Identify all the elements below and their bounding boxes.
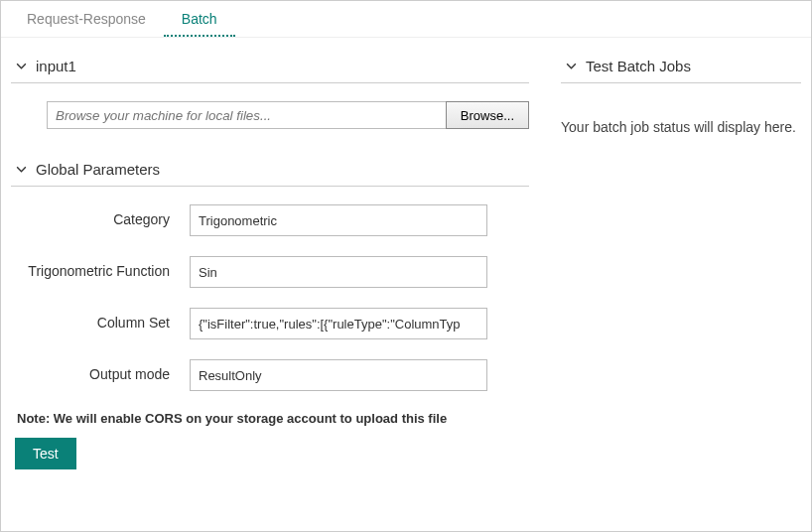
trig-func-label: Trigonometric Function — [11, 256, 190, 280]
section-test-jobs-title: Test Batch Jobs — [586, 58, 691, 74]
file-browse-row: Browse... — [47, 101, 529, 129]
chevron-down-icon — [565, 60, 578, 72]
cors-note: Note: We will enable CORS on your storag… — [17, 411, 529, 426]
test-button[interactable]: Test — [15, 438, 76, 469]
section-test-jobs-header[interactable]: Test Batch Jobs — [561, 54, 801, 83]
category-field[interactable] — [190, 204, 487, 236]
section-global-params-header[interactable]: Global Parameters — [11, 157, 529, 187]
output-mode-label: Output mode — [11, 359, 190, 383]
section-input1-title: input1 — [36, 58, 76, 74]
column-set-label: Column Set — [11, 308, 190, 332]
status-text: Your batch job status will display here. — [561, 101, 801, 135]
output-mode-field[interactable] — [190, 359, 487, 391]
category-label: Category — [11, 204, 190, 228]
section-global-params-title: Global Parameters — [36, 161, 160, 178]
trig-func-field[interactable] — [190, 256, 487, 288]
tab-batch[interactable]: Batch — [164, 1, 235, 37]
section-input1-header[interactable]: input1 — [11, 54, 529, 83]
tab-bar: Request-Response Batch — [1, 1, 811, 38]
column-set-field[interactable] — [190, 308, 487, 339]
browse-button[interactable]: Browse... — [446, 101, 529, 129]
chevron-down-icon — [15, 60, 28, 72]
chevron-down-icon — [15, 163, 28, 176]
tab-request-response[interactable]: Request-Response — [9, 1, 164, 37]
file-path-input[interactable] — [47, 101, 447, 129]
